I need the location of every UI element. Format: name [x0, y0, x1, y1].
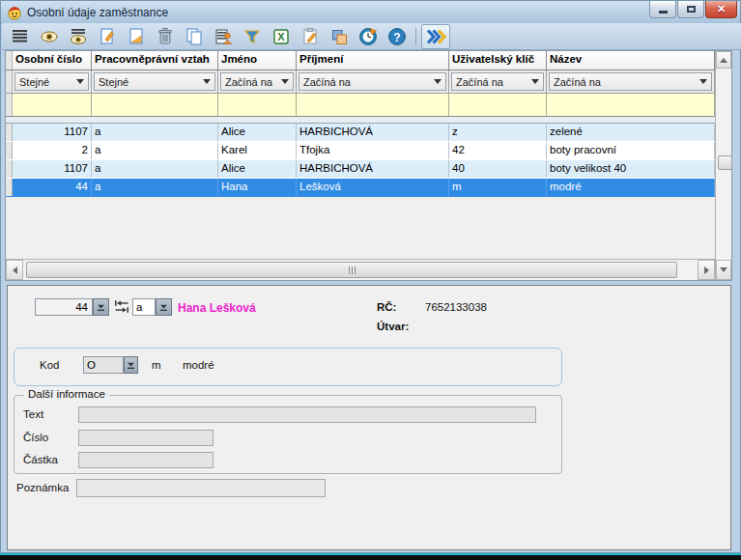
cell-osobni-cislo[interactable]: 2 [13, 142, 92, 159]
text-field[interactable] [78, 406, 536, 423]
filter-operator-dropdown[interactable]: Začíná na [299, 72, 446, 91]
cell-prijmeni[interactable]: HARBICHOVÁ [297, 160, 449, 178]
chevron-down-icon [76, 79, 84, 84]
view-list-eye-icon[interactable] [66, 25, 91, 48]
minimize-button[interactable] [649, 1, 676, 18]
new-record-icon[interactable] [95, 25, 120, 48]
kod-field[interactable]: O [83, 356, 124, 374]
table-row[interactable]: 1107 a Alice HARBICHOVÁ z zelené [6, 124, 715, 142]
cell-jmeno[interactable]: Alice [218, 124, 297, 141]
maximize-button[interactable] [677, 1, 704, 18]
spin-down-icon [97, 303, 105, 312]
employee-name: Hana Lešková [178, 301, 256, 315]
cell-vztah[interactable]: a [92, 160, 218, 178]
horizontal-scroll-thumb[interactable] [26, 262, 677, 278]
cislo-field[interactable] [78, 430, 214, 446]
cell-klic[interactable]: m [449, 179, 547, 196]
column-header-uzivatelsky-klic[interactable]: Uživatelský klíč [449, 51, 547, 70]
edit-clipboard-icon[interactable] [298, 25, 323, 48]
copy-record-icon[interactable] [182, 25, 207, 48]
filter-value-input[interactable] [218, 94, 297, 116]
chevron-down-icon [699, 79, 707, 84]
vertical-scroll-thumb[interactable] [718, 155, 732, 170]
cell-vztah[interactable]: a [92, 179, 218, 196]
relation-code-field[interactable]: a [132, 298, 156, 316]
filter-operator-dropdown[interactable]: Začíná na [220, 72, 294, 91]
cell-klic[interactable]: 40 [449, 160, 547, 178]
filter-operator-dropdown[interactable]: Začíná na [451, 72, 544, 91]
toolbar: X ? [2, 23, 741, 50]
column-header-jmeno[interactable]: Jméno [218, 51, 297, 70]
cell-vztah[interactable]: a [92, 142, 218, 159]
employee-table-icon[interactable] [211, 25, 236, 48]
duplicate-icon[interactable] [327, 25, 352, 48]
filter-operator-dropdown[interactable]: Stejné [94, 72, 215, 91]
grid-gap [6, 117, 715, 124]
filter-icon[interactable] [240, 25, 265, 48]
column-header-osobni-cislo[interactable]: Osobní číslo [13, 51, 92, 70]
horizontal-scrollbar[interactable] [6, 259, 715, 280]
filter-value-input[interactable] [297, 94, 449, 116]
table-row-selected[interactable]: 44 a Hana Lešková m modré [6, 179, 715, 197]
kod-spinner[interactable] [124, 356, 138, 374]
edit-record-icon[interactable] [124, 25, 149, 48]
cell-osobni-cislo[interactable]: 44 [13, 179, 92, 196]
column-header-prijmeni[interactable]: Příjmení [297, 51, 449, 70]
scroll-up-button[interactable] [716, 51, 731, 69]
scroll-right-button[interactable] [698, 260, 715, 280]
cell-jmeno[interactable]: Hana [218, 179, 297, 196]
table-row[interactable]: 2 a Karel Tfojka 42 boty pracovní [6, 142, 715, 160]
filter-value-input[interactable] [92, 94, 218, 116]
cell-nazev[interactable]: boty velikost 40 [547, 160, 715, 178]
swap-record-icon[interactable] [114, 300, 129, 313]
cell-prijmeni[interactable]: Lešková [297, 179, 449, 196]
delete-record-icon[interactable] [153, 25, 178, 48]
filter-value-input[interactable] [13, 94, 92, 116]
cell-osobni-cislo[interactable]: 1107 [13, 124, 92, 141]
cell-jmeno[interactable]: Alice [218, 160, 297, 178]
cell-osobni-cislo[interactable]: 1107 [13, 160, 92, 178]
poznamka-field[interactable] [76, 479, 326, 497]
cell-nazev[interactable]: zelené [547, 124, 715, 141]
close-button[interactable]: ✕ [705, 1, 737, 18]
history-clock-icon[interactable] [356, 25, 381, 48]
column-header-nazev[interactable]: Název [547, 51, 715, 70]
titlebar[interactable]: Osobní údaje zaměstnance ✕ [1, 1, 740, 24]
filter-operator-row: Stejné Stejné Začíná na Začíná na Začíná… [6, 70, 715, 94]
cell-nazev[interactable]: boty pracovní [547, 142, 715, 159]
cell-prijmeni[interactable]: Tfojka [297, 142, 449, 159]
cell-klic[interactable]: z [449, 124, 547, 141]
scroll-left-button[interactable] [6, 260, 23, 280]
spin-down-icon [159, 303, 168, 312]
employee-grid: Osobní číslo Pracovněprávní vztah Jméno … [5, 50, 732, 281]
filter-operator-dropdown[interactable]: Začíná na [549, 72, 712, 91]
list-icon[interactable] [8, 25, 33, 48]
row-indicator-header [6, 51, 13, 70]
column-header-pracovnepravni-vztah[interactable]: Pracovněprávní vztah [92, 51, 218, 70]
expand-chevrons-icon[interactable] [421, 24, 450, 49]
castka-field[interactable] [78, 452, 214, 468]
screen: Osobní údaje zaměstnance ✕ [0, 0, 741, 560]
filter-operator-dropdown[interactable]: Stejné [14, 72, 89, 91]
employee-number-spinner[interactable] [93, 298, 109, 316]
cell-vztah[interactable]: a [92, 124, 218, 141]
filter-value-input[interactable] [547, 94, 715, 116]
kod-name: modré [183, 359, 214, 371]
scroll-down-button[interactable] [716, 260, 731, 280]
help-icon[interactable]: ? [385, 25, 410, 48]
arrow-right-icon [704, 266, 709, 274]
horizontal-scroll-track[interactable] [23, 260, 698, 280]
view-eye-icon[interactable] [37, 25, 62, 48]
vertical-scrollbar[interactable] [715, 51, 731, 280]
export-excel-icon[interactable]: X [269, 25, 294, 48]
table-row[interactable]: 1107 a Alice HARBICHOVÁ 40 boty velikost… [6, 160, 715, 179]
filter-value-input[interactable] [449, 94, 547, 116]
utvar-label: Útvar: [377, 321, 409, 332]
cell-nazev[interactable]: modré [547, 179, 715, 196]
employee-number-field[interactable]: 44 [35, 298, 93, 316]
cell-klic[interactable]: 42 [449, 142, 547, 159]
cell-jmeno[interactable]: Karel [218, 142, 297, 159]
relation-code-spinner[interactable] [156, 298, 172, 316]
cell-prijmeni[interactable]: HARBICHOVÁ [297, 124, 449, 141]
vertical-scroll-track[interactable] [716, 69, 731, 260]
